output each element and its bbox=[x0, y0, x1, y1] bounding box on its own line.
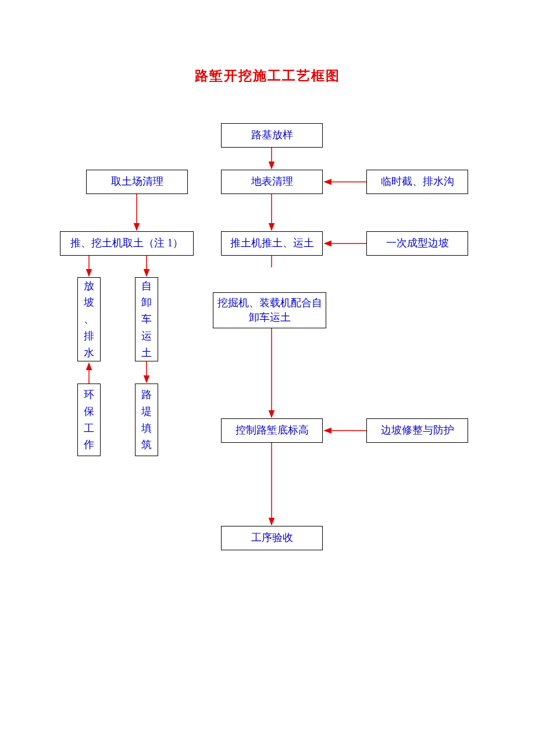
box-slope-once: 一次成型边坡 bbox=[366, 231, 468, 256]
box-temp-drain: 临时截、排水沟 bbox=[366, 170, 468, 194]
box-bulldozer-push: 推土机推土、运土 bbox=[221, 231, 323, 256]
box-dump-truck-text: 自卸车运土 bbox=[141, 278, 152, 361]
box-surface-clear: 地表清理 bbox=[221, 170, 323, 194]
box-bulldozer-take: 推、挖土机取土（注 1） bbox=[60, 231, 194, 256]
box-embankment-text: 路堤填筑 bbox=[141, 386, 152, 453]
box-acceptance: 工序验收 bbox=[221, 526, 323, 550]
box-env-protect-text: 环保工作 bbox=[84, 386, 94, 453]
box-slope-drain: 放坡、排水 bbox=[77, 277, 101, 361]
box-excavator-load: 挖掘机、装载机配合自卸车运土 bbox=[213, 292, 326, 328]
box-roadbed-setout: 路基放样 bbox=[221, 123, 323, 148]
box-dump-truck: 自卸车运土 bbox=[135, 277, 158, 361]
box-borrow-pit-clear: 取土场清理 bbox=[86, 170, 188, 194]
box-embankment-fill: 路堤填筑 bbox=[135, 384, 158, 456]
box-control-elev: 控制路堑底标高 bbox=[221, 418, 323, 443]
flowchart-arrows bbox=[0, 0, 535, 756]
box-slope-trim: 边坡修整与防护 bbox=[366, 418, 468, 443]
box-slope-drain-text: 放坡、排水 bbox=[84, 278, 94, 361]
diagram-title: 路堑开挖施工工艺框图 bbox=[0, 67, 535, 85]
box-env-protect: 环保工作 bbox=[77, 384, 101, 456]
